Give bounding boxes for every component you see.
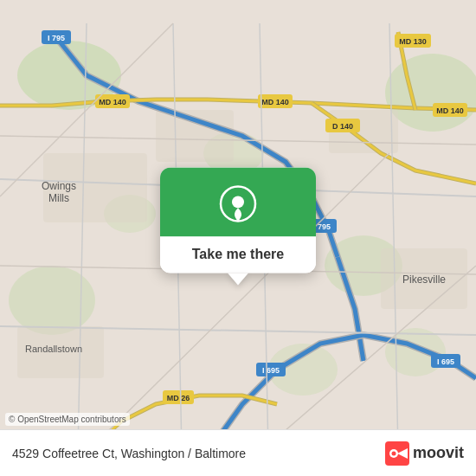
- svg-text:Randallstown: Randallstown: [25, 344, 82, 354]
- take-me-there-button[interactable]: Take me there: [160, 236, 316, 273]
- svg-text:MD 140: MD 140: [436, 106, 464, 115]
- take-me-there-bubble[interactable]: Take me there: [160, 167, 316, 285]
- location-pin-icon: [219, 184, 257, 222]
- address-text: 4529 Coffeetree Ct, Washington / Baltimo…: [12, 447, 385, 460]
- svg-text:I 695: I 695: [262, 366, 280, 375]
- svg-text:I 795: I 795: [48, 34, 65, 42]
- svg-text:MD 26: MD 26: [167, 394, 190, 402]
- moovit-logo-icon: [385, 441, 409, 466]
- svg-text:Mills: Mills: [48, 192, 69, 204]
- copyright-text: © OpenStreetMap contributors: [5, 413, 130, 426]
- svg-point-2: [385, 54, 476, 132]
- svg-text:I 695: I 695: [437, 357, 454, 366]
- svg-point-53: [391, 451, 396, 455]
- bottom-bar: 4529 Coffeetree Ct, Washington / Baltimo…: [0, 429, 476, 476]
- bubble-green-section: [160, 167, 316, 236]
- moovit-logo-text: moovit: [413, 444, 464, 462]
- moovit-logo: moovit: [385, 441, 464, 466]
- svg-text:D 140: D 140: [332, 122, 353, 131]
- svg-text:Owings: Owings: [42, 180, 76, 192]
- bubble-card[interactable]: Take me there: [160, 167, 316, 273]
- svg-text:Pikesville: Pikesville: [402, 273, 446, 286]
- svg-text:MD 130: MD 130: [399, 37, 427, 46]
- svg-point-4: [9, 266, 95, 335]
- svg-text:MD 140: MD 140: [99, 98, 126, 106]
- svg-point-50: [232, 196, 244, 208]
- map-container: I 795 I 795 MD 140 MD 140 MD 140 D 140 M…: [0, 0, 476, 476]
- bubble-pointer: [228, 273, 248, 285]
- svg-text:MD 140: MD 140: [261, 98, 289, 106]
